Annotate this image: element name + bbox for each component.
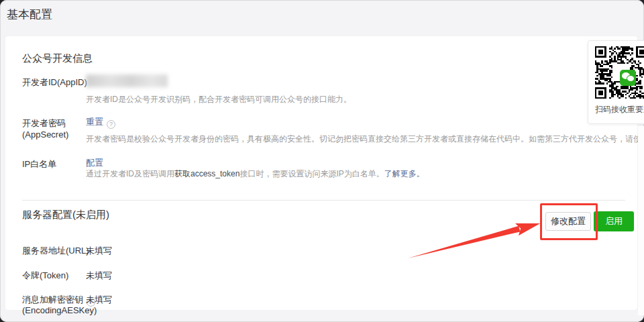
appsecret-actions: 重置?	[86, 116, 115, 129]
section-divider	[22, 200, 625, 201]
appid-label: 开发者ID(AppID)	[22, 76, 87, 89]
qr-caption: 扫码接收重要通知	[595, 104, 644, 115]
wechat-bubble-small	[627, 76, 634, 81]
appid-value-redacted	[86, 74, 168, 87]
basic-config-page: 基本配置 公众号开发信息 开发者ID(AppID) 开发者ID是公众号开发识别码…	[0, 0, 644, 322]
appsecret-desc: 开发者密码是校验公众号开发者身份的密码，具有极高的安全性。切记勿把密码直接交给第…	[86, 133, 644, 145]
modify-config-button[interactable]: 修改配置	[545, 212, 591, 231]
aeskey-label-line2: (EncodingAESKey)	[22, 305, 97, 315]
config-card: 公众号开发信息 开发者ID(AppID) 开发者ID是公众号开发识别码，配合开发…	[5, 36, 637, 310]
wechat-logo-icon	[620, 70, 636, 86]
learn-more-link[interactable]: 了解更多。	[384, 169, 425, 178]
appsecret-help-icon[interactable]: ?	[107, 120, 115, 129]
aeskey-value: 未填写	[86, 294, 112, 306]
token-label: 令牌(Token)	[22, 270, 68, 282]
page-title: 基本配置	[7, 7, 52, 22]
qr-notice-panel: 扫码接收重要通知	[588, 40, 644, 124]
ip-whitelist-desc: 通过开发者ID及密码调用获取access_token接口时，需要设置访问来源IP…	[86, 168, 425, 180]
ip-desc-middle: 接口时，需要设置访问来源IP为白名单。	[239, 169, 384, 178]
scrollbar[interactable]	[638, 126, 644, 315]
appsecret-label-line1: 开发者密码	[22, 117, 66, 129]
ip-whitelist-label: IP白名单	[22, 158, 56, 170]
ip-desc-prefix: 通过开发者ID及密码调用	[86, 169, 174, 178]
token-value: 未填写	[86, 270, 112, 282]
access-token-link[interactable]: 获取access_token	[174, 169, 239, 178]
enable-button[interactable]: 启用	[594, 211, 634, 231]
server-url-value: 未填写	[86, 245, 112, 257]
server-config-section-title: 服务器配置(未启用)	[22, 209, 109, 221]
ip-whitelist-actions: 配置	[86, 157, 103, 169]
appid-desc: 开发者ID是公众号开发识别码，配合开发者密码可调用公众号的接口能力。	[86, 94, 352, 105]
reset-appsecret-link[interactable]: 重置	[86, 117, 103, 127]
configure-ip-whitelist-link[interactable]: 配置	[86, 158, 103, 168]
aeskey-label-text: 消息加解密密钥	[22, 294, 83, 305]
dev-info-section-title: 公众号开发信息	[22, 52, 93, 65]
server-url-label: 服务器地址(URL)	[22, 245, 89, 257]
qr-code	[595, 46, 644, 99]
appsecret-label-line2: (AppSecret)	[22, 129, 68, 140]
